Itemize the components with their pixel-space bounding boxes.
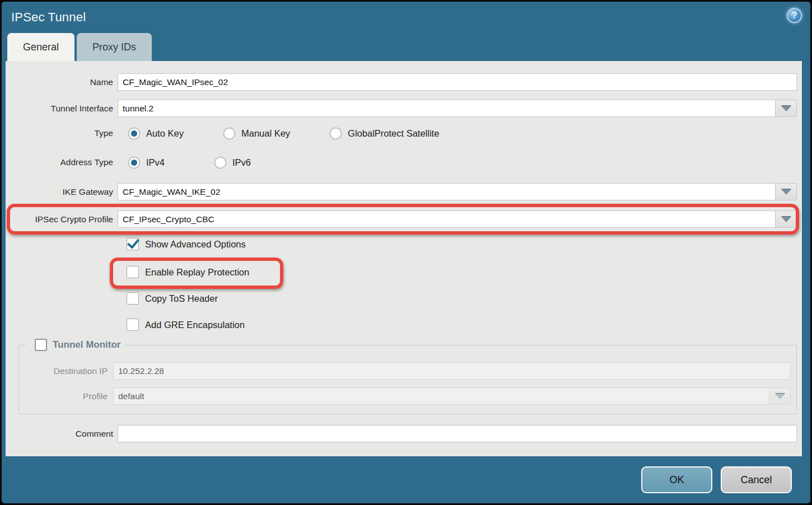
comment-label: Comment [6,429,118,439]
tab-proxy-ids-label: Proxy IDs [92,41,136,53]
radio-ipv4-control[interactable] [128,157,140,169]
radio-globalprotect-satellite-control[interactable] [330,128,342,139]
show-advanced-options-label: Show Advanced Options [145,239,246,250]
comment-input[interactable] [118,425,797,442]
enable-replay-protection-checkbox[interactable] [127,266,139,278]
tunnel-monitor-legend: Tunnel Monitor [26,339,124,351]
radio-auto-key[interactable]: Auto Key [122,128,184,139]
monitor-profile-label: Profile [25,391,113,401]
name-input[interactable] [118,73,797,91]
radio-globalprotect-satellite-label: GlobalProtect Satellite [348,128,439,139]
ike-gateway-dropdown-button[interactable] [776,183,797,200]
show-advanced-options-checkbox[interactable] [127,238,139,250]
chevron-down-icon [775,394,785,399]
ike-gateway-label: IKE Gateway [6,187,118,197]
radio-manual-key-control[interactable] [223,128,235,139]
radio-ipv6-control[interactable] [214,157,226,169]
enable-replay-protection-row: Enable Replay Protection [127,266,797,278]
destination-ip-row: Destination IP [25,362,791,380]
general-tab-panel: Name Tunnel Interface Type Auto Key [6,61,802,456]
add-gre-encapsulation-row: Add GRE Encapsulation [127,319,797,331]
destination-ip-input [113,362,791,380]
destination-ip-label: Destination IP [25,366,113,376]
cancel-button[interactable]: Cancel [721,466,792,493]
chevron-down-icon [781,217,791,222]
enable-replay-protection-label: Enable Replay Protection [145,267,249,278]
chevron-down-icon [781,189,791,195]
copy-tos-header-row: Copy ToS Header [127,292,797,305]
monitor-profile-row: Profile [25,387,791,405]
address-type-row: Address Type IPv4 IPv6 [6,155,797,170]
help-icon[interactable]: ? [787,8,802,23]
chevron-down-icon [781,106,791,111]
ipsec-crypto-profile-row: IPSec Crypto Profile [6,211,797,228]
tunnel-monitor-label: Tunnel Monitor [53,339,121,350]
ipsec-crypto-profile-input[interactable] [118,211,776,228]
radio-ipv6-label: IPv6 [232,157,251,168]
type-row: Type Auto Key Manual Key GlobalProtect S… [6,126,797,141]
ipsec-crypto-profile-dropdown-button[interactable] [776,211,797,228]
name-label: Name [6,77,118,87]
tunnel-monitor-section: Tunnel Monitor Destination IP Profile [18,339,797,414]
tunnel-interface-label: Tunnel Interface [6,104,118,114]
tunnel-monitor-checkbox[interactable] [35,339,47,351]
ike-gateway-input[interactable] [118,183,776,200]
name-row: Name [6,73,797,91]
ipsec-tunnel-dialog: IPSec Tunnel ? General Proxy IDs Name Tu… [0,0,812,505]
monitor-profile-input [113,387,769,405]
tab-general-label: General [23,41,59,53]
radio-globalprotect-satellite[interactable]: GlobalProtect Satellite [324,128,439,139]
comment-row: Comment [6,425,797,442]
radio-manual-key[interactable]: Manual Key [217,128,290,139]
address-type-label: Address Type [6,157,118,167]
ok-button[interactable]: OK [641,466,712,493]
show-advanced-options-row: Show Advanced Options [127,238,797,250]
dialog-title: IPSec Tunnel [11,10,86,25]
type-label: Type [6,128,118,138]
radio-ipv4[interactable]: IPv4 [122,157,165,169]
help-icon-glyph: ? [792,11,797,21]
tab-proxy-ids[interactable]: Proxy IDs [77,33,152,61]
monitor-profile-dropdown-button [769,387,791,405]
tunnel-interface-input[interactable] [118,100,776,117]
add-gre-encapsulation-label: Add GRE Encapsulation [145,320,245,330]
radio-auto-key-label: Auto Key [146,128,184,139]
radio-auto-key-control[interactable] [128,128,140,139]
tab-bar: General Proxy IDs [2,33,810,61]
tunnel-interface-dropdown-button[interactable] [776,100,797,117]
radio-ipv4-label: IPv4 [146,157,165,168]
tab-general[interactable]: General [7,33,74,61]
footer-bar: OK Cancel [2,456,810,503]
copy-tos-header-checkbox[interactable] [127,292,139,305]
title-bar: IPSec Tunnel ? [2,2,810,33]
tunnel-interface-row: Tunnel Interface [6,100,797,117]
radio-ipv6[interactable]: IPv6 [208,157,251,169]
copy-tos-header-label: Copy ToS Header [145,293,218,304]
radio-manual-key-label: Manual Key [241,128,290,139]
ipsec-crypto-profile-label: IPSec Crypto Profile [6,214,118,225]
ike-gateway-row: IKE Gateway [6,183,797,200]
add-gre-encapsulation-checkbox[interactable] [127,319,139,331]
